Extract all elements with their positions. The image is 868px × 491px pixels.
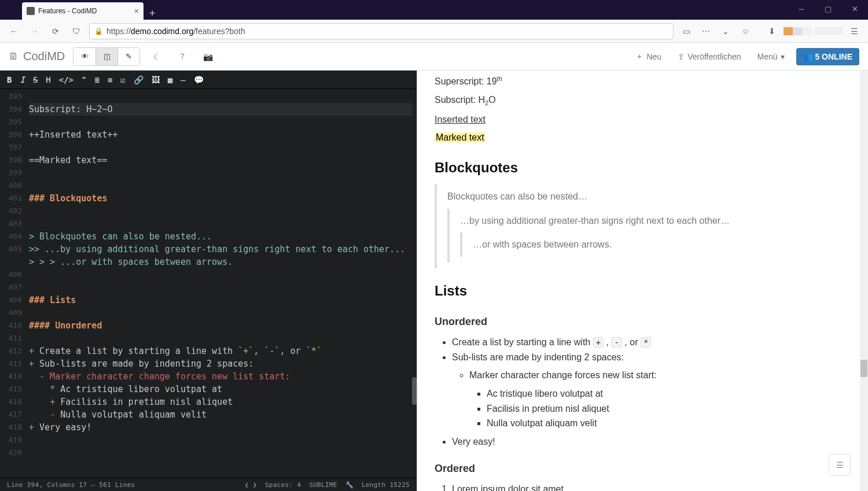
quote-icon[interactable]: ❝ — [82, 75, 86, 84]
ol-icon[interactable]: ≡ — [108, 75, 112, 84]
unordered-list: Create a list by starting a line with + … — [435, 335, 843, 449]
list-item: Lorem ipsum dolor sit amet — [452, 482, 843, 491]
heading-unordered: Unordered — [435, 313, 843, 330]
view-mode-toggle: 👁 ◫ ✎ — [73, 47, 140, 66]
heading-blockquotes: Blockquotes — [435, 157, 843, 179]
url-input[interactable]: 🔒 https://demo.codimd.org/features?both — [89, 23, 674, 39]
publish-button[interactable]: ⇪Veröffentlichen — [673, 49, 745, 64]
status-chevron[interactable]: ❮ ❯ — [245, 481, 257, 489]
lock-icon: 🔒 — [94, 27, 103, 35]
brand[interactable]: 🗎 CodiMD — [9, 50, 65, 63]
editor-body[interactable]: 393394395396397398399400401402403404405 … — [0, 89, 417, 478]
window-close[interactable]: ✕ — [841, 0, 868, 17]
italic-icon[interactable]: I — [20, 75, 24, 84]
bold-icon[interactable]: B — [7, 75, 12, 84]
list-item: Create a list by starting a line with + … — [452, 335, 843, 350]
hr-icon[interactable]: — — [181, 75, 185, 84]
editor-scrollbar[interactable] — [412, 377, 417, 405]
blockquote-1: Blockquotes can also be nested… …by usin… — [435, 184, 843, 268]
status-keymap[interactable]: SUBLIME — [309, 481, 337, 489]
status-length: Length 15225 — [362, 481, 410, 489]
tab-close-icon[interactable]: × — [134, 6, 139, 16]
preview-superscript: Superscript: 19th — [435, 74, 843, 89]
editor-pane: B I S H </> ❝ ≣ ≡ ☑ 🔗 🖼 ▦ — 💬 3933943953… — [0, 71, 417, 491]
status-spaces[interactable]: Spaces: 4 — [265, 481, 301, 489]
table-icon[interactable]: ▦ — [168, 75, 172, 84]
heading-lists: Lists — [435, 280, 843, 302]
preview-inserted: Inserted text — [435, 115, 486, 124]
new-tab-button[interactable]: + — [144, 8, 161, 20]
link-icon[interactable]: 🔗 — [134, 75, 144, 84]
addon-icon[interactable] — [784, 27, 811, 35]
browser-chrome: ─ ▢ ✕ Features - CodiMD × + ← → ⟳ 🛡 🔒 ht… — [0, 0, 868, 43]
file-icon: 🗎 — [9, 51, 19, 62]
nav-forward-icon[interactable]: → — [27, 23, 43, 39]
hamburger-menu-icon[interactable]: ☰ — [846, 23, 862, 39]
brand-label: CodiMD — [23, 50, 65, 63]
blockquote-2: …by using additional greater-than signs … — [447, 209, 843, 263]
blockquote-3: …or with spaces between arrows. — [460, 232, 843, 257]
share-icon: ⇪ — [678, 52, 685, 61]
editor-toolbar: B I S H </> ❝ ≣ ≡ ☑ 🔗 🖼 ▦ — 💬 — [0, 71, 417, 89]
preview-scrollbar[interactable] — [860, 71, 868, 491]
tab-favicon-icon — [27, 7, 35, 15]
view-mode-both[interactable]: ◫ — [95, 48, 117, 65]
view-mode-edit[interactable]: ✎ — [117, 48, 139, 65]
checkbox-icon[interactable]: ☑ — [120, 75, 125, 84]
list-item: Facilisis in pretium nisl aliquet — [487, 401, 843, 416]
list-item: Very easy! — [452, 434, 843, 449]
nav-back-icon[interactable]: ← — [6, 23, 22, 39]
preview-marked: Marked text — [435, 132, 486, 142]
window-maximize[interactable]: ▢ — [815, 0, 841, 17]
bookmark-star-icon[interactable]: ☆ — [737, 23, 753, 39]
url-text: https://demo.codimd.org/features?both — [106, 27, 245, 36]
editor-statusbar: Line 394, Columns 17 — 561 Lines ❮ ❯ Spa… — [0, 478, 417, 491]
app-toolbar: 🗎 CodiMD 👁 ◫ ✎ ☾ ？ 📷 ＋Neu ⇪Veröffentlich… — [0, 43, 868, 71]
workspace: B I S H </> ❝ ≣ ≡ ☑ 🔗 🖼 ▦ — 💬 3933943953… — [0, 71, 868, 491]
nav-reload-icon[interactable]: ⟳ — [47, 23, 64, 39]
list-item: Marker character change forces new list … — [469, 368, 843, 430]
menu-dropdown[interactable]: Menü ▾ — [753, 49, 789, 64]
reader-mode-icon[interactable]: ▭ — [678, 23, 694, 39]
heading-icon[interactable]: H — [46, 75, 50, 84]
view-mode-view[interactable]: 👁 — [73, 48, 95, 65]
list-item: Sub-lists are made by indenting 2 spaces… — [452, 350, 843, 431]
ul-icon[interactable]: ≣ — [94, 75, 99, 84]
status-cursor: Line 394, Columns 17 — 561 Lines — [7, 481, 135, 489]
list-item: Nulla volutpat aliquam velit — [487, 416, 843, 431]
ordered-list: Lorem ipsum dolor sit amet Consectetur a… — [435, 482, 843, 491]
camera-icon[interactable]: 📷 — [199, 48, 216, 65]
night-mode-icon[interactable]: ☾ — [148, 48, 165, 65]
page-actions-icon[interactable]: ⋯ — [698, 23, 714, 39]
help-icon[interactable]: ？ — [174, 48, 191, 65]
tab-title: Features - CodiMD — [38, 7, 131, 15]
editor-gutter: 393394395396397398399400401402403404405 … — [0, 89, 29, 478]
heading-ordered: Ordered — [435, 460, 843, 477]
comment-icon[interactable]: 💬 — [194, 75, 204, 84]
code-icon[interactable]: </> — [59, 75, 73, 84]
editor-code[interactable]: Subscript: H~2~O ++Inserted text++ ==Mar… — [29, 89, 417, 478]
status-wrench-icon[interactable]: 🔧 — [345, 481, 354, 489]
preview-pane: Superscript: 19th Subscript: H2O Inserte… — [417, 71, 868, 491]
chevron-down-icon: ▾ — [781, 52, 785, 61]
list-item: Ac tristique libero volutpat at — [487, 386, 843, 401]
preview-subscript: Subscript: H2O — [435, 93, 843, 109]
addon2-icon[interactable] — [815, 27, 843, 35]
window-minimize[interactable]: ─ — [788, 0, 815, 17]
browser-tab[interactable]: Features - CodiMD × — [22, 2, 144, 20]
toc-button[interactable]: ☰ — [829, 454, 851, 476]
online-button[interactable]: 👥 5 ONLINE — [796, 48, 859, 65]
users-icon: 👥 — [803, 52, 815, 61]
plus-icon: ＋ — [635, 51, 643, 62]
downloads-icon[interactable]: ⬇ — [764, 23, 780, 39]
strike-icon[interactable]: S — [33, 75, 38, 84]
new-button[interactable]: ＋Neu — [631, 49, 666, 65]
permissions-icon[interactable]: 🛡 — [68, 23, 84, 39]
image-icon[interactable]: 🖼 — [152, 75, 160, 84]
preview-content[interactable]: Superscript: 19th Subscript: H2O Inserte… — [417, 71, 860, 491]
pocket-icon[interactable]: ⌄ — [718, 23, 734, 39]
